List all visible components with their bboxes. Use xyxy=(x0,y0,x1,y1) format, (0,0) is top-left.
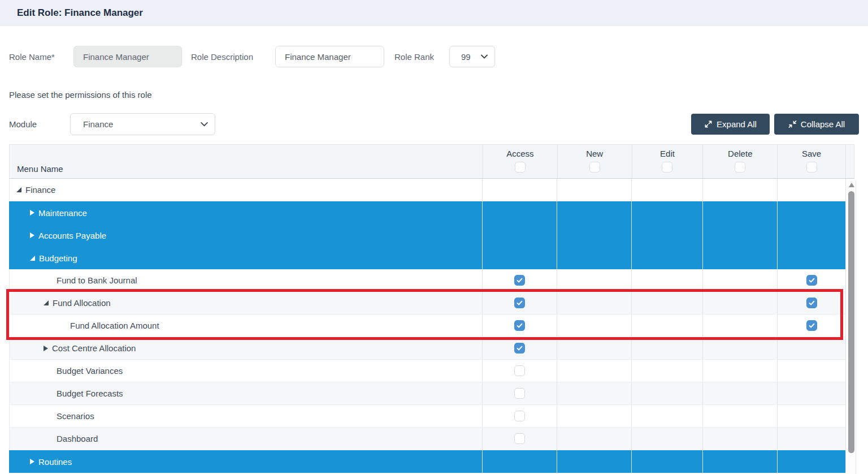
access-checkbox[interactable] xyxy=(514,388,525,399)
table-row: Dashboard xyxy=(9,428,846,450)
header-scrollbar-spacer xyxy=(845,145,854,178)
role-rank-select[interactable]: 99 xyxy=(449,46,495,67)
access-checkbox[interactable] xyxy=(514,343,525,354)
access-checkbox[interactable] xyxy=(514,365,525,376)
menu-item-label: Fund to Bank Journal xyxy=(57,275,137,285)
permissions-table: Menu Name Access New Edit Delete Save Fi… xyxy=(9,144,855,473)
collapse-arrows-icon xyxy=(788,120,797,128)
role-rank-label: Role Rank xyxy=(394,46,434,67)
module-value: Finance xyxy=(83,119,113,129)
save-checkbox[interactable] xyxy=(806,275,817,286)
access-checkbox[interactable] xyxy=(514,298,525,308)
menu-item-label: Dashboard xyxy=(57,434,98,443)
column-label-save: Save xyxy=(802,149,821,158)
edit-select-all-checkbox[interactable] xyxy=(662,162,672,173)
column-label-access: Access xyxy=(506,149,533,158)
collapse-all-label: Collapse All xyxy=(801,119,845,129)
column-label-new: New xyxy=(586,149,603,158)
save-select-all-checkbox[interactable] xyxy=(806,162,817,173)
table-row: Cost Centre Allocation xyxy=(9,337,846,360)
table-row: Accounts Payable xyxy=(9,224,846,247)
delete-select-all-checkbox[interactable] xyxy=(735,162,745,173)
access-checkbox[interactable] xyxy=(514,275,525,286)
module-select[interactable]: Finance xyxy=(70,113,215,135)
column-header-edit: Edit xyxy=(632,145,703,178)
menu-item-label: Accounts Payable xyxy=(38,231,106,240)
menu-item-label: Scenarios xyxy=(57,411,94,421)
table-row: Scenarios xyxy=(9,405,846,428)
table-row: Fund Allocation Amount xyxy=(9,314,846,337)
menu-item-label: Fund Allocation Amount xyxy=(70,321,159,330)
chevron-down-icon xyxy=(481,54,488,59)
role-name-label: Role Name* xyxy=(9,46,55,67)
column-header-new: New xyxy=(557,145,632,178)
tree-collapsed-icon[interactable] xyxy=(30,459,34,464)
menu-item-label: Finance xyxy=(25,185,55,195)
vertical-scrollbar[interactable] xyxy=(848,180,856,474)
scrollbar-thumb[interactable] xyxy=(848,191,854,453)
access-checkbox[interactable] xyxy=(514,433,525,444)
collapse-all-button[interactable]: Collapse All xyxy=(774,114,859,135)
tree-collapsed-icon[interactable] xyxy=(30,232,34,238)
tree-collapsed-icon[interactable] xyxy=(30,210,34,216)
menu-item-label: Budgeting xyxy=(39,253,77,263)
access-checkbox[interactable] xyxy=(514,411,525,421)
table-header: Menu Name Access New Edit Delete Save xyxy=(9,144,854,179)
tree-expanded-icon[interactable] xyxy=(44,300,49,305)
tree-collapsed-icon[interactable] xyxy=(44,346,48,351)
table-row: Fund Allocation xyxy=(9,292,846,314)
permissions-hint: Please set the permissions of this role xyxy=(9,90,152,100)
table-row: Budgeting xyxy=(9,247,846,269)
column-label-edit: Edit xyxy=(660,149,675,158)
table-row: Budget Forecasts xyxy=(9,382,846,405)
expand-all-button[interactable]: Expand All xyxy=(691,114,770,135)
page-title: Edit Role: Finance Manager xyxy=(17,7,143,19)
table-row: Budget Variances xyxy=(9,360,846,382)
access-checkbox[interactable] xyxy=(514,320,525,331)
role-description-label: Role Description xyxy=(191,46,253,67)
save-checkbox[interactable] xyxy=(806,298,817,308)
scroll-up-arrow-icon[interactable] xyxy=(849,183,854,187)
new-select-all-checkbox[interactable] xyxy=(589,162,600,173)
menu-item-label: Budget Variances xyxy=(57,366,123,376)
menu-item-label: Routines xyxy=(38,457,72,467)
chevron-down-icon xyxy=(201,122,208,127)
module-label: Module xyxy=(9,113,37,135)
table-row: Maintenance xyxy=(9,201,846,224)
table-row: Routines xyxy=(9,450,846,473)
expand-arrows-icon xyxy=(704,120,713,128)
access-select-all-checkbox[interactable] xyxy=(515,162,526,173)
column-label-delete: Delete xyxy=(728,149,752,158)
expand-all-label: Expand All xyxy=(717,119,757,129)
page-header: Edit Role: Finance Manager xyxy=(0,0,868,26)
column-header-access: Access xyxy=(483,145,557,178)
menu-item-label: Budget Forecasts xyxy=(57,389,123,398)
column-header-delete: Delete xyxy=(702,145,777,178)
role-description-input[interactable]: Finance Manager xyxy=(275,46,384,67)
role-name-input[interactable]: Finance Manager xyxy=(73,46,182,67)
tree-expanded-icon[interactable] xyxy=(16,187,21,192)
table-row: Fund to Bank Journal xyxy=(9,269,846,292)
role-rank-value: 99 xyxy=(461,52,471,62)
menu-name-header: Menu Name xyxy=(10,145,483,178)
permissions-table-body: FinanceMaintenanceAccounts PayableBudget… xyxy=(9,179,855,473)
save-checkbox[interactable] xyxy=(806,320,817,331)
menu-item-label: Maintenance xyxy=(38,208,87,218)
table-row: Finance xyxy=(9,179,846,201)
menu-item-label: Fund Allocation xyxy=(53,298,111,308)
column-header-save: Save xyxy=(777,145,845,178)
menu-item-label: Cost Centre Allocation xyxy=(52,343,136,353)
tree-expanded-icon[interactable] xyxy=(30,256,35,261)
